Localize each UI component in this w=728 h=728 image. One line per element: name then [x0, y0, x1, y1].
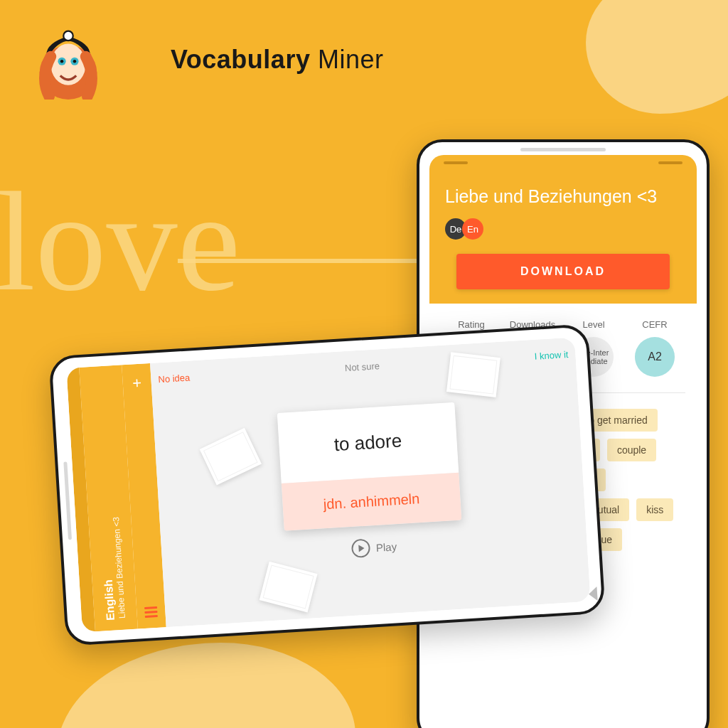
paper-decor [200, 428, 262, 486]
pack-header: Liebe und Beziehungen <3 De En DOWNLOAD [429, 171, 697, 304]
swipe-not-sure: Not sure [345, 360, 380, 373]
flashcard-front: to adore [277, 402, 459, 483]
decorative-blob-top [586, 0, 728, 114]
stat-rating-label: Rating [442, 319, 500, 330]
page-header: Vocabulary Miner [28, 20, 383, 100]
svg-point-6 [73, 60, 76, 63]
stat-cefr-label: CEFR [626, 319, 684, 330]
play-icon [351, 538, 371, 558]
flashcard[interactable]: to adore jdn. anhimmeln [277, 402, 462, 531]
play-label: Play [375, 540, 397, 554]
mascot-avatar [28, 20, 108, 100]
svg-point-5 [60, 60, 63, 63]
decorative-blob-bottom [57, 643, 355, 728]
app-title-strong: Vocabulary [171, 45, 310, 74]
add-card-button[interactable]: + [132, 374, 142, 393]
stat-cefr-value: A2 [635, 337, 675, 377]
pack-title: Liebe und Beziehungen <3 [445, 186, 681, 207]
swipe-know-it: I know it [534, 349, 569, 362]
flashcard-back: jdn. anhimmeln [282, 473, 462, 531]
language-pair: De En [445, 218, 483, 240]
phone-h-speaker [63, 461, 72, 540]
download-button[interactable]: DOWNLOAD [456, 254, 670, 289]
stat-cefr: CEFR A2 [626, 319, 684, 377]
play-audio-button[interactable]: Play [351, 537, 397, 558]
swipe-hint-row: No idea Not sure I know it [151, 348, 576, 385]
word-chip[interactable]: couple [607, 439, 656, 461]
status-bar [429, 155, 697, 171]
swipe-no-idea: No idea [158, 373, 191, 385]
decorative-love-text: love [0, 171, 240, 313]
flashcard-area: No idea Not sure I know it to adore jdn.… [150, 337, 591, 627]
phone-horizontal: English Liebe und Beziehungen <3 + No id… [48, 323, 605, 646]
svg-point-2 [63, 31, 73, 41]
app-title-light: Miner [318, 45, 384, 74]
lang-to-badge: En [462, 218, 483, 240]
app-title: Vocabulary Miner [171, 45, 383, 75]
filter-icon[interactable] [144, 606, 158, 619]
phone-speaker [520, 148, 606, 151]
word-chip[interactable]: kiss [636, 498, 673, 521]
paper-decor [259, 562, 318, 613]
phone-h-screen: English Liebe und Beziehungen <3 + No id… [66, 337, 590, 632]
